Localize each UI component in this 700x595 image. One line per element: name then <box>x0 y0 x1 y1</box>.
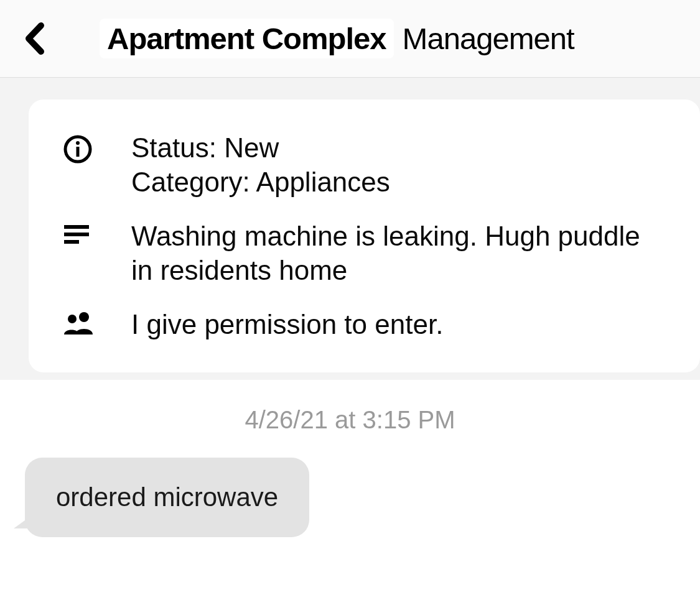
people-icon <box>63 311 95 336</box>
message-row: ordered microwave <box>0 458 700 537</box>
category-value: Appliances <box>256 167 390 197</box>
header-bar: Apartment Complex Management <box>0 0 700 78</box>
status-label: Status: <box>131 132 217 163</box>
category-line: Category: Appliances <box>131 165 669 199</box>
svg-point-1 <box>76 141 80 145</box>
svg-rect-3 <box>64 225 89 229</box>
description-text: Washing machine is leaking. Hugh puddle … <box>100 219 669 287</box>
svg-rect-2 <box>77 147 80 157</box>
description-row: Washing machine is leaking. Hugh puddle … <box>63 219 669 287</box>
permission-text: I give permission to enter. <box>100 307 669 341</box>
back-button[interactable] <box>19 23 50 54</box>
title-bold-part: Apartment Complex <box>100 19 394 58</box>
message-bubble[interactable]: ordered microwave <box>25 458 309 537</box>
chevron-left-icon <box>24 22 45 55</box>
svg-rect-4 <box>64 233 89 236</box>
status-value: New <box>224 132 279 163</box>
info-icon <box>63 134 93 164</box>
status-row: Status: New Category: Appliances <box>63 131 669 199</box>
status-line: Status: New <box>131 131 669 165</box>
permission-row: I give permission to enter. <box>63 307 669 341</box>
text-lines-icon <box>63 223 90 247</box>
svg-point-6 <box>79 312 89 322</box>
page-title: Apartment Complex Management <box>100 19 574 58</box>
category-label: Category: <box>131 167 250 197</box>
svg-point-7 <box>68 315 77 323</box>
svg-rect-5 <box>64 240 79 244</box>
ticket-card: Status: New Category: Appliances Washing… <box>29 99 700 372</box>
ticket-summary-section: Status: New Category: Appliances Washing… <box>0 78 700 380</box>
message-timestamp: 4/26/21 at 3:15 PM <box>0 406 700 434</box>
title-light-part: Management <box>403 21 574 56</box>
